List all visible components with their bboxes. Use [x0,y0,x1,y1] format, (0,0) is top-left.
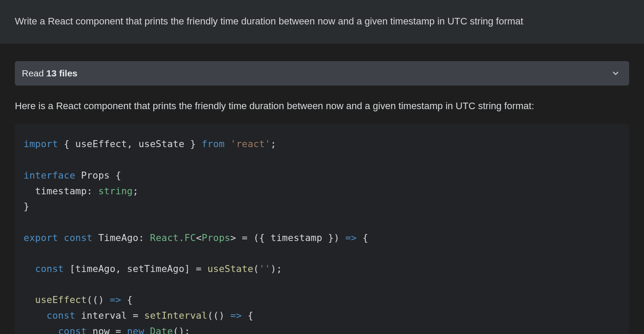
code-token: from [202,138,225,149]
code-token [58,232,64,243]
code-token [24,186,35,196]
code-token: React.FC [150,232,196,243]
response-area: Read 13 files Here is a React component … [0,44,644,334]
chevron-down-icon [611,69,620,78]
code-token [24,326,58,334]
prompt-text: Write a React component that prints the … [15,16,523,27]
code-block[interactable]: import { useEffect, useState } from 'rea… [15,124,629,334]
code-token: new [127,326,144,334]
code-token: now = [87,326,127,334]
code-token: => [230,310,242,321]
code-token [75,170,81,181]
code-token: ; [133,186,138,196]
code-token: => [345,232,357,243]
code-token: { [58,138,75,149]
code-token [93,232,98,243]
code-token: export [24,232,58,243]
read-files-label: Read 13 files [22,68,77,79]
code-token: > [230,232,236,243]
code-token: Props [202,232,231,243]
code-token: (); [173,326,190,334]
code-token: : [87,186,98,196]
code-token: = [236,232,253,243]
code-token: const [35,263,64,274]
code-token: < [196,232,201,243]
code-token: => [110,294,121,305]
code-token: const [64,232,93,243]
read-files-prefix: Read [22,68,46,78]
code-token: (() [208,310,231,321]
code-token [24,310,47,321]
code-token: string [98,186,133,196]
code-token: { [110,170,121,181]
code-token: [timeAgo, setTimeAgo] = [64,263,208,274]
code-token: } [184,138,201,149]
code-token: Props [81,170,110,181]
code-token: useState [138,138,184,149]
code-token [24,294,35,305]
code-token: { [357,232,368,243]
code-token: , [127,138,138,149]
response-intro: Here is a React component that prints th… [15,100,629,113]
code-token: 'react' [230,138,270,149]
code-token: TimeAgo [98,232,138,243]
code-token: '' [259,263,270,274]
code-token: } [24,201,29,212]
prompt-bar: Write a React component that prints the … [0,0,644,44]
code-token: setInterval [144,310,208,321]
code-token: useEffect [35,294,87,305]
read-files-collapsible[interactable]: Read 13 files [15,61,629,86]
code-token: interface [24,170,75,181]
code-token: { [242,310,253,321]
code-token: ; [270,138,276,149]
code-token [225,138,230,149]
code-token: interval = [75,310,144,321]
code-token: timestamp [35,186,87,196]
code-token: useEffect [75,138,127,149]
read-files-count: 13 files [46,68,77,78]
code-token [144,326,150,334]
code-token: useState [208,263,253,274]
code-token: import [24,138,58,149]
code-token: ({ timestamp }) [253,232,345,243]
code-token: { [121,294,132,305]
code-token: const [47,310,76,321]
code-token: ( [253,263,259,274]
code-token: ); [270,263,282,274]
code-token [24,263,35,274]
code-token: Date [150,326,173,334]
code-token: : [138,232,150,243]
code-token: (() [87,294,110,305]
code-token: const [58,326,87,334]
